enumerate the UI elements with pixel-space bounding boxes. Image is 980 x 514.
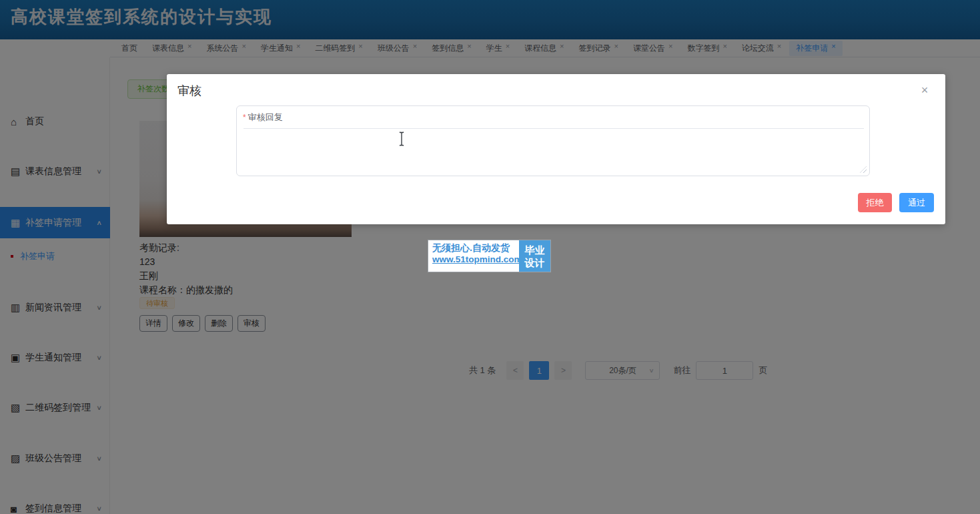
app-window: 高校课堂签到系统的设计与实现 首页 课表信息× 系统公告× 学生通知× 二维码签… <box>0 0 980 514</box>
review-reply-field: *审核回复 <box>236 105 870 176</box>
review-dialog: 审核 × *审核回复 拒绝 通过 <box>167 74 945 224</box>
review-reply-textarea[interactable] <box>242 130 864 172</box>
reject-button[interactable]: 拒绝 <box>858 193 892 212</box>
required-mark: * <box>243 113 246 122</box>
close-icon: × <box>921 83 929 97</box>
vendor-watermark: 无须担心.自动发货 www.51topmind.com 毕业 设计 <box>428 240 550 272</box>
field-label: *审核回复 <box>243 111 283 123</box>
approve-button[interactable]: 通过 <box>899 193 934 212</box>
watermark-text: 无须担心.自动发货 www.51topmind.com <box>428 240 519 272</box>
watermark-url: www.51topmind.com <box>432 254 515 264</box>
watermark-slogan: 无须担心.自动发货 <box>432 242 515 254</box>
dialog-close-button[interactable]: × <box>917 82 933 98</box>
dialog-title: 审核 <box>177 83 201 99</box>
watermark-badge: 毕业 设计 <box>519 240 550 272</box>
field-divider <box>243 128 864 129</box>
